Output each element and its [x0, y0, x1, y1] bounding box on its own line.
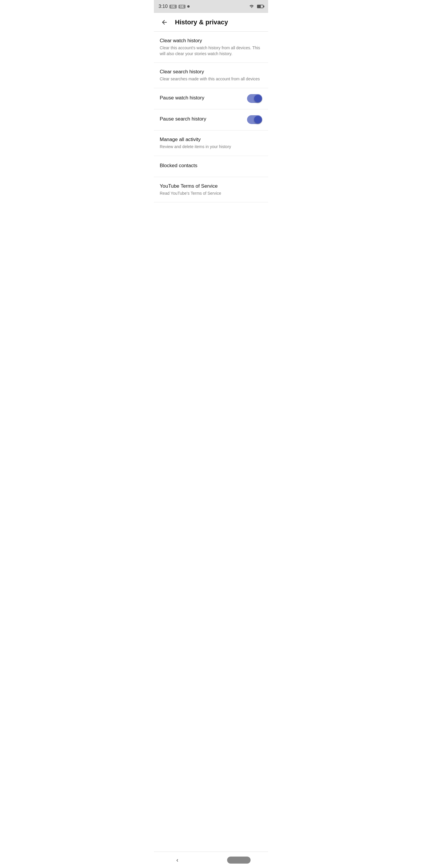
pause-watch-toggle[interactable]	[247, 94, 262, 103]
settings-item-title: YouTube Terms of Service	[160, 183, 262, 189]
settings-item-subtitle: Review and delete items in your history	[160, 144, 262, 150]
toggle-container-pause-search	[247, 115, 262, 124]
settings-item-content: Clear watch history Clear this account's…	[160, 37, 262, 57]
settings-item-pause-search-history[interactable]: Pause search history	[154, 110, 268, 130]
settings-item-content: Manage all activity Review and delete it…	[160, 136, 262, 150]
settings-item-content: Pause search history	[160, 116, 242, 123]
status-bar: 3:10 GE GE	[154, 0, 268, 13]
nav-home-pill[interactable]	[227, 857, 251, 864]
status-time: 3:10	[159, 4, 168, 9]
settings-item-content: Pause watch history	[160, 95, 242, 102]
settings-item-title: Clear search history	[160, 69, 262, 75]
back-arrow-icon	[161, 19, 168, 26]
settings-item-title: Blocked contacts	[160, 162, 262, 169]
status-bar-right	[249, 4, 263, 9]
settings-item-subtitle: Clear this account's watch history from …	[160, 45, 262, 57]
pause-search-toggle[interactable]	[247, 115, 262, 124]
settings-item-content: Clear search history Clear searches made…	[160, 69, 262, 82]
toggle-track	[247, 94, 262, 103]
toggle-container-pause-watch	[247, 94, 262, 103]
settings-item-title: Pause search history	[160, 116, 242, 122]
notification-icon-1: GE	[169, 5, 176, 8]
settings-item-subtitle: Read YouTube's Terms of Service	[160, 191, 262, 196]
page-title: History & privacy	[175, 19, 228, 26]
battery-icon	[257, 5, 263, 8]
settings-item-title: Pause watch history	[160, 95, 242, 101]
settings-item-clear-search-history[interactable]: Clear search history Clear searches made…	[154, 63, 268, 88]
settings-item-title: Clear watch history	[160, 37, 262, 44]
settings-list: Clear watch history Clear this account's…	[154, 32, 268, 202]
settings-item-manage-all-activity[interactable]: Manage all activity Review and delete it…	[154, 130, 268, 156]
status-bar-left: 3:10 GE GE	[159, 4, 190, 9]
bottom-nav-bar: ‹	[154, 851, 268, 868]
toggle-thumb	[254, 95, 262, 102]
nav-back-button[interactable]: ‹	[171, 854, 183, 866]
back-button[interactable]	[159, 17, 170, 28]
notification-icon-2: GE	[178, 5, 186, 8]
settings-item-youtube-terms[interactable]: YouTube Terms of Service Read YouTube's …	[154, 177, 268, 203]
settings-item-blocked-contacts[interactable]: Blocked contacts	[154, 156, 268, 177]
toggle-thumb	[254, 116, 262, 123]
header: History & privacy	[154, 13, 268, 32]
settings-item-content: Blocked contacts	[160, 162, 262, 170]
settings-item-content: YouTube Terms of Service Read YouTube's …	[160, 183, 262, 196]
settings-item-pause-watch-history[interactable]: Pause watch history	[154, 88, 268, 110]
settings-item-clear-watch-history[interactable]: Clear watch history Clear this account's…	[154, 32, 268, 63]
settings-item-subtitle: Clear searches made with this account fr…	[160, 76, 262, 82]
wifi-icon	[249, 4, 255, 9]
status-dot	[187, 5, 190, 8]
settings-item-title: Manage all activity	[160, 136, 262, 143]
toggle-track	[247, 115, 262, 124]
